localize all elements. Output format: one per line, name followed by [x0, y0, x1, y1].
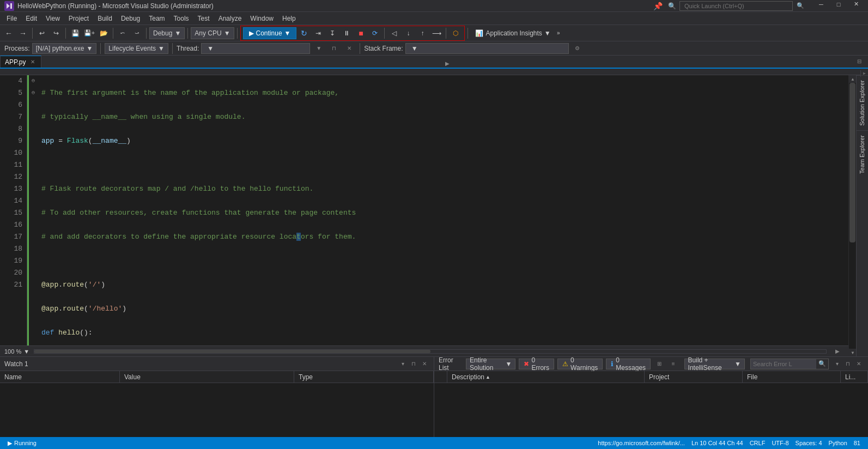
thread-filter-btn[interactable]: ▼: [312, 42, 325, 55]
undo2-btn[interactable]: ⤺: [116, 27, 129, 40]
step-into-btn[interactable]: ↓: [402, 27, 415, 40]
close-button[interactable]: ✕: [848, 0, 864, 9]
error-col-project[interactable]: Project: [645, 371, 743, 383]
fold-18[interactable]: ⊖: [29, 87, 37, 99]
menu-view[interactable]: View: [41, 12, 64, 25]
lifecycle-events-btn[interactable]: Lifecycle Events ▼: [105, 43, 168, 54]
error-list-icon1[interactable]: ⊞: [654, 357, 665, 371]
vscrollbar[interactable]: ▲ ▼: [848, 75, 856, 356]
messages-filter-btn[interactable]: ℹ 0 Messages: [606, 359, 651, 369]
debug-sep-2: [446, 28, 446, 39]
horiz-scrollbar[interactable]: ▶: [0, 69, 868, 75]
menu-tools[interactable]: Tools: [169, 12, 193, 25]
refresh-btn[interactable]: ↻: [298, 27, 311, 40]
status-lang[interactable]: Python: [825, 440, 851, 446]
watch-pin-btn[interactable]: ⊓: [409, 359, 418, 369]
status-line-info[interactable]: Ln 10 Col 44 Ch 44: [688, 440, 746, 446]
warnings-filter-btn[interactable]: ⚠ 0 Warnings: [557, 359, 603, 369]
redo-btn[interactable]: ↪: [50, 27, 63, 40]
scroll-right-btn[interactable]: ▶: [831, 345, 844, 357]
file-tab-app-py[interactable]: APP.py ✕: [0, 56, 41, 68]
team-explorer-tab[interactable]: Team Explorer: [857, 130, 868, 178]
debug-mode-dropdown[interactable]: Debug ▼: [149, 27, 185, 39]
step-btn2[interactable]: ↧: [326, 27, 339, 40]
status-right-items: https://go.microsoft.com/fwlink/... Ln 1…: [594, 440, 864, 446]
stack-frame-dropdown[interactable]: ▼: [405, 43, 569, 54]
continue-btn[interactable]: ▶ Continue ▼: [243, 27, 297, 39]
menu-test[interactable]: Test: [193, 12, 214, 25]
menu-file[interactable]: File: [2, 12, 21, 25]
menu-project[interactable]: Project: [64, 12, 93, 25]
thread-pin-btn[interactable]: ⊓: [327, 42, 341, 55]
step-out-btn[interactable]: ↑: [416, 27, 429, 40]
scroll-up-btn[interactable]: ▲: [849, 75, 857, 83]
app-insights-btn[interactable]: 📊 Application Insights ▼: [475, 29, 550, 37]
watch-close-btn[interactable]: ✕: [420, 359, 429, 369]
minimize-button[interactable]: ─: [814, 0, 829, 9]
toolbar-more-btn[interactable]: »: [552, 27, 565, 40]
process-dropdown[interactable]: [N/A] python.exe ▼: [32, 43, 97, 54]
maximize-button[interactable]: □: [831, 0, 846, 9]
menu-help[interactable]: Help: [278, 12, 300, 25]
restart-btn[interactable]: ⟳: [368, 27, 381, 40]
status-num[interactable]: 81: [851, 440, 864, 446]
dbg-settings-btn[interactable]: ⚙: [571, 42, 584, 55]
menu-window[interactable]: Window: [246, 12, 278, 25]
tab-scroll-btn[interactable]: ▶: [442, 59, 453, 68]
error-panel-dropdown-btn[interactable]: ▾: [832, 359, 842, 369]
thread-close-btn[interactable]: ✕: [343, 42, 356, 55]
quick-launch-input[interactable]: [684, 3, 788, 9]
status-running[interactable]: ▶ Running: [4, 437, 40, 449]
code-lines-area[interactable]: # The first argument is the name of the …: [37, 75, 848, 345]
code-editor[interactable]: 4 5 6 7 8 9 10 11 12 13 14 15 16 17: [0, 75, 868, 356]
menu-team[interactable]: Team: [144, 12, 169, 25]
undo-btn[interactable]: ↩: [35, 27, 48, 40]
build-dropdown[interactable]: Build + IntelliSense ▼: [684, 359, 745, 369]
cpu-target-dropdown[interactable]: Any CPU ▼: [191, 27, 234, 39]
step-back-btn[interactable]: ◁: [387, 27, 400, 40]
error-search-input[interactable]: [751, 359, 816, 369]
quick-launch-input-wrap[interactable]: [679, 1, 793, 11]
vscroll-track[interactable]: [849, 83, 856, 349]
error-filter-dropdown[interactable]: Entire Solution ▼: [466, 359, 515, 369]
pin-icon[interactable]: 📌: [651, 0, 664, 13]
redo2-btn[interactable]: ⤻: [130, 27, 143, 40]
errors-filter-btn[interactable]: ✖ 0 Errors: [519, 359, 554, 369]
fold-14[interactable]: ⊖: [29, 75, 37, 87]
navigate-forward-btn[interactable]: →: [16, 27, 29, 40]
thread-dropdown[interactable]: ▼: [201, 43, 310, 54]
breakpoint-btn[interactable]: ⬡: [449, 27, 462, 40]
open-file-btn[interactable]: 📂: [97, 27, 110, 40]
menu-debug[interactable]: Debug: [117, 12, 144, 25]
pause-btn[interactable]: ⏸: [340, 27, 353, 40]
error-list-icon2[interactable]: ≡: [668, 357, 679, 371]
menu-build[interactable]: Build: [93, 12, 117, 25]
step-over-btn[interactable]: ⇥: [312, 27, 325, 40]
code-hscrollbar[interactable]: [34, 349, 827, 354]
quick-launch-search-icon[interactable]: 🔍: [794, 0, 807, 13]
status-encoding[interactable]: UTF-8: [768, 440, 792, 446]
menu-edit[interactable]: Edit: [21, 12, 41, 25]
zoom-selector[interactable]: 100 % ▼: [4, 348, 29, 355]
error-col-line[interactable]: Li...: [841, 371, 868, 383]
solution-explorer-tab[interactable]: Solution Explorer: [857, 75, 868, 130]
error-search-wrap[interactable]: 🔍: [750, 359, 829, 369]
status-indent[interactable]: Spaces: 4: [792, 440, 825, 446]
status-url[interactable]: https://go.microsoft.com/fwlink/...: [594, 440, 688, 446]
save-btn[interactable]: 💾: [69, 27, 82, 40]
scroll-down-btn[interactable]: ▼: [849, 349, 857, 356]
menu-analyze[interactable]: Analyze: [214, 12, 246, 25]
save-all-btn[interactable]: 💾+: [83, 27, 96, 40]
error-panel-close-btn[interactable]: ✕: [854, 359, 864, 369]
error-col-file[interactable]: File: [743, 371, 841, 383]
step-over2-btn[interactable]: ⟶: [430, 27, 443, 40]
navigate-back-btn[interactable]: ←: [2, 27, 15, 40]
status-crlf[interactable]: CRLF: [746, 440, 769, 446]
error-col-description[interactable]: Description ▲: [447, 371, 645, 383]
stop-btn[interactable]: ■: [354, 27, 367, 40]
split-editor-btn[interactable]: ⊟: [853, 54, 866, 68]
tab-close-btn[interactable]: ✕: [29, 58, 37, 66]
search-titlebar-icon[interactable]: 🔍: [665, 0, 678, 13]
error-panel-pin-btn[interactable]: ⊓: [843, 359, 853, 369]
watch-dropdown-btn[interactable]: ▾: [398, 359, 408, 369]
